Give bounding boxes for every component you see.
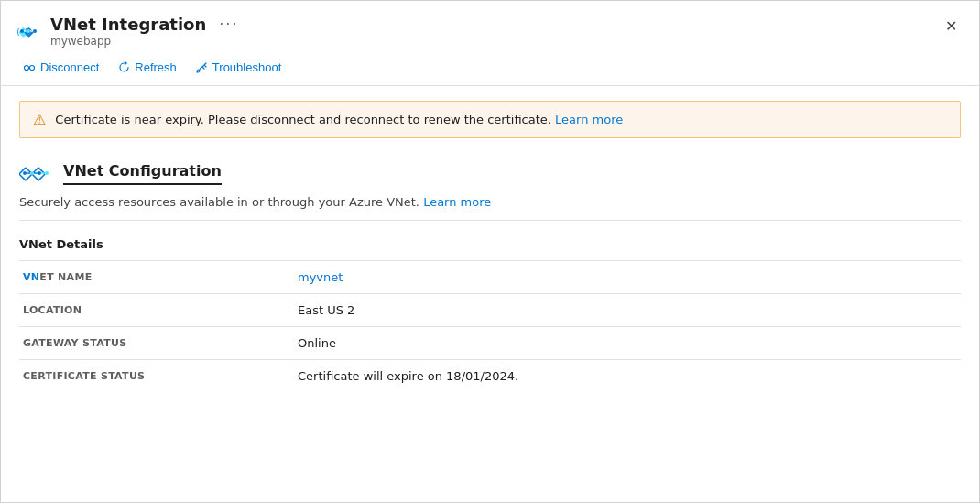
alert-warning-icon: ⚠	[33, 111, 46, 128]
svg-point-7	[30, 65, 35, 70]
svg-point-13	[30, 171, 34, 175]
detail-label: CERTIFICATE STATUS	[19, 360, 294, 393]
svg-text:⟨··⟩: ⟨··⟩	[16, 27, 28, 37]
detail-value: Online	[294, 327, 961, 360]
section-learn-more-label: Learn more	[423, 195, 491, 209]
panel-subtitle: mywebapp	[50, 35, 206, 48]
vnet-config-icon	[19, 157, 52, 190]
disconnect-label: Disconnect	[40, 60, 99, 74]
header-title-group: VNet Integration mywebapp	[50, 14, 206, 48]
alert-message: Certificate is near expiry. Please disco…	[55, 113, 623, 126]
detail-label: GATEWAY STATUS	[19, 327, 294, 360]
troubleshoot-button[interactable]: Troubleshoot	[188, 57, 289, 78]
table-row: LOCATIONEast US 2	[19, 294, 961, 327]
alert-learn-more-link[interactable]: Learn more	[555, 113, 623, 126]
toolbar: Disconnect Refresh Troubleshoot	[1, 51, 979, 86]
section-description: Securely access resources available in o…	[19, 195, 961, 221]
svg-point-12	[23, 171, 27, 175]
refresh-label: Refresh	[135, 60, 177, 74]
table-row: CERTIFICATE STATUSCertificate will expir…	[19, 360, 961, 393]
svg-point-4	[33, 29, 37, 33]
troubleshoot-label: Troubleshoot	[212, 60, 281, 74]
details-table: VNet NAMEmyvnetLOCATIONEast US 2GATEWAY …	[19, 260, 961, 392]
svg-point-6	[25, 65, 29, 70]
panel-header: ⟨··⟩ VNet Integration mywebapp ··· ✕	[1, 1, 979, 51]
svg-point-14	[38, 171, 41, 175]
section-title: VNet Configuration	[63, 162, 222, 185]
table-row: GATEWAY STATUSOnline	[19, 327, 961, 360]
vnet-integration-panel: ⟨··⟩ VNet Integration mywebapp ··· ✕ Dis…	[0, 0, 980, 503]
detail-value: East US 2	[294, 294, 961, 327]
section-desc-text: Securely access resources available in o…	[19, 195, 419, 209]
refresh-button[interactable]: Refresh	[110, 57, 184, 78]
main-content: ⚠ Certificate is near expiry. Please dis…	[1, 86, 979, 502]
svg-point-15	[45, 171, 49, 175]
details-section-title: VNet Details	[19, 237, 961, 251]
disconnect-button[interactable]: Disconnect	[16, 57, 106, 78]
refresh-icon	[117, 61, 130, 74]
section-header: VNet Configuration	[19, 157, 961, 190]
panel-title: VNet Integration	[50, 14, 206, 35]
detail-value: Certificate will expire on 18/01/2024.	[294, 360, 961, 393]
table-row: VNet NAMEmyvnet	[19, 261, 961, 294]
close-button[interactable]: ✕	[938, 14, 964, 38]
alert-text-content: Certificate is near expiry. Please disco…	[55, 113, 551, 126]
vnet-integration-icon: ⟨··⟩	[16, 18, 41, 44]
disconnect-icon	[23, 61, 36, 74]
troubleshoot-icon	[195, 61, 208, 74]
alert-banner: ⚠ Certificate is near expiry. Please dis…	[19, 101, 961, 138]
more-options-icon[interactable]: ···	[219, 16, 238, 33]
label-prefix: VN	[23, 271, 39, 283]
detail-label: LOCATION	[19, 294, 294, 327]
section-learn-more-link[interactable]: Learn more	[423, 195, 491, 209]
detail-value[interactable]: myvnet	[294, 261, 961, 294]
detail-value-link[interactable]: myvnet	[298, 270, 343, 284]
detail-label: VNet NAME	[19, 261, 294, 294]
